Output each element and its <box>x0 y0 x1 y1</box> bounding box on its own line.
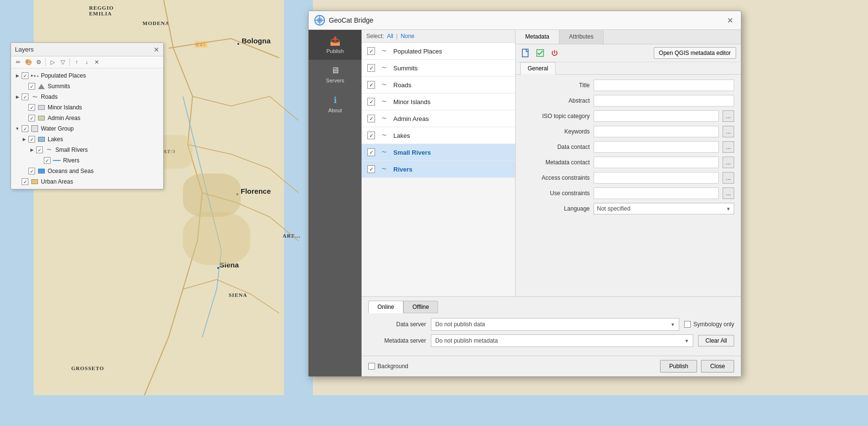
expand-water-group[interactable]: ▼ <box>14 125 21 132</box>
layer-item-water-group[interactable]: ▼ Water Group <box>11 123 163 134</box>
tab-online[interactable]: Online <box>368 301 403 313</box>
check-rivers[interactable] <box>44 157 51 164</box>
language-dropdown-arrow: ▼ <box>726 206 731 212</box>
layer-item-rivers[interactable]: Rivers <box>11 155 163 166</box>
layer-item-lakes[interactable]: ▶ Lakes <box>11 134 163 145</box>
dlayer-small-rivers[interactable]: 〜 Small Rivers <box>362 144 515 161</box>
dlayer-check-rivers[interactable] <box>367 165 375 173</box>
background-checkbox[interactable] <box>368 363 375 370</box>
dlayer-minor-islands[interactable]: 〜 Minor Islands <box>362 93 515 110</box>
layer-item-oceans-seas[interactable]: Oceans and Seas <box>11 166 163 176</box>
move-down-icon[interactable]: ↓ <box>82 58 91 67</box>
layer-item-small-rivers[interactable]: ▶ 〜 Small Rivers <box>11 145 163 155</box>
form-input-keywords[interactable] <box>594 126 719 137</box>
dlayer-roads[interactable]: 〜 Roads <box>362 77 515 93</box>
dlayer-check-populated-places[interactable] <box>367 47 375 55</box>
sidebar-item-publish[interactable]: 📤 Publish <box>309 30 362 60</box>
layer-item-roads[interactable]: ▶ 〜 Roads <box>11 92 163 102</box>
check-lakes[interactable] <box>28 136 35 143</box>
city-dot-siena <box>217 266 220 269</box>
move-up-icon[interactable]: ↑ <box>72 58 81 67</box>
form-label-data-contact: Data contact <box>522 144 590 150</box>
check-water-group[interactable] <box>22 125 28 132</box>
color-icon[interactable]: 🎨 <box>24 58 33 67</box>
form-row-metadata-contact: Metadata contact … <box>522 157 734 168</box>
form-select-language[interactable]: Not specified ▼ <box>594 203 734 214</box>
dlayer-check-minor-islands[interactable] <box>367 98 375 106</box>
file-icon[interactable] <box>520 48 531 58</box>
check-square-icon[interactable] <box>535 48 545 58</box>
form-input-data-contact[interactable] <box>594 141 719 153</box>
close-button[interactable]: Close <box>701 360 734 373</box>
select-all-link[interactable]: All <box>387 33 393 40</box>
dlayer-check-lakes[interactable] <box>367 132 375 139</box>
check-admin-areas[interactable] <box>28 115 35 121</box>
sidebar-item-about[interactable]: ℹ About <box>309 89 362 119</box>
form-btn-data-contact[interactable]: … <box>723 141 734 153</box>
dialog-layer-scroll[interactable]: 〜 Populated Places 〜 Summits <box>362 43 515 296</box>
check-roads[interactable] <box>22 93 28 100</box>
inner-tab-general[interactable]: General <box>520 62 556 75</box>
dlayer-check-roads[interactable] <box>367 81 375 89</box>
layer-name-populated-places: Populated Places <box>41 72 86 79</box>
dlayer-check-summits[interactable] <box>367 64 375 72</box>
dlayer-check-small-rivers[interactable] <box>367 148 375 156</box>
pencil-icon[interactable]: ✏ <box>14 58 23 67</box>
publish-button[interactable]: Publish <box>660 360 697 373</box>
geocat-dialog: GeoCat Bridge ✕ 📤 Publish 🖥 Servers ℹ Ab… <box>308 11 741 377</box>
form-input-abstract[interactable] <box>594 95 734 106</box>
form-input-title[interactable] <box>594 80 734 91</box>
dlayer-summits[interactable]: 〜 Summits <box>362 60 515 77</box>
form-input-use-constraints[interactable] <box>594 187 719 199</box>
power-icon[interactable] <box>549 48 560 58</box>
form-btn-metadata-contact[interactable]: … <box>723 157 734 168</box>
form-input-access-constraints[interactable] <box>594 172 719 184</box>
expand-populated-places[interactable]: ▶ <box>14 72 21 79</box>
form-btn-access-constraints[interactable]: … <box>723 172 734 184</box>
clear-all-button[interactable]: Clear All <box>698 335 734 346</box>
city-dot-bologna <box>237 42 240 45</box>
select-none-link[interactable]: None <box>401 33 415 40</box>
layer-item-admin-areas[interactable]: Admin Areas <box>11 113 163 123</box>
filter-icon[interactable]: ⚙ <box>34 58 43 67</box>
dlayer-check-admin-areas[interactable] <box>367 115 375 122</box>
expand-roads[interactable]: ▶ <box>14 93 21 100</box>
layer-item-urban-areas[interactable]: Urban Areas <box>11 176 163 187</box>
symbology-checkbox[interactable] <box>684 321 691 328</box>
icon-water-group <box>30 125 39 132</box>
tab-offline[interactable]: Offline <box>403 301 438 313</box>
check-oceans-seas[interactable] <box>28 168 35 174</box>
open-qgis-metadata-editor-button[interactable]: Open QGIS metadata editor <box>654 47 736 59</box>
form-btn-keywords[interactable]: … <box>723 126 734 137</box>
check-urban-areas[interactable] <box>22 178 28 185</box>
dlayer-admin-areas[interactable]: 〜 Admin Areas <box>362 110 515 127</box>
dialog-close-button[interactable]: ✕ <box>725 16 735 25</box>
check-summits[interactable] <box>28 83 35 90</box>
form-input-iso-topic[interactable] <box>594 110 719 122</box>
arrow-down-icon[interactable]: ▽ <box>58 58 67 67</box>
layer-item-summits[interactable]: Summits <box>11 81 163 92</box>
layer-item-populated-places[interactable]: ▶ Populated Places <box>11 70 163 81</box>
form-btn-iso-topic[interactable]: … <box>723 110 734 122</box>
tab-attributes[interactable]: Attributes <box>559 30 604 44</box>
arrow-right-icon[interactable]: ▷ <box>48 58 57 67</box>
data-server-select[interactable]: Do not publish data ▼ <box>431 318 679 331</box>
dlayer-populated-places[interactable]: 〜 Populated Places <box>362 43 515 60</box>
data-server-dropdown-arrow: ▼ <box>670 322 675 327</box>
expand-lakes[interactable]: ▶ <box>21 136 27 143</box>
expand-small-rivers[interactable]: ▶ <box>28 146 35 153</box>
check-minor-islands[interactable] <box>28 104 35 111</box>
dlayer-icon-rivers: 〜 <box>379 165 389 173</box>
metadata-server-select[interactable]: Do not publish metadata ▼ <box>431 334 693 347</box>
layers-close-button[interactable]: ✕ <box>154 46 159 53</box>
dlayer-lakes[interactable]: 〜 Lakes <box>362 127 515 144</box>
tab-metadata[interactable]: Metadata <box>516 30 559 44</box>
remove-icon[interactable]: ✕ <box>92 58 101 67</box>
sidebar-item-servers[interactable]: 🖥 Servers <box>309 60 362 89</box>
check-populated-places[interactable] <box>22 72 28 79</box>
form-input-metadata-contact[interactable] <box>594 157 719 168</box>
form-btn-use-constraints[interactable]: … <box>723 187 734 199</box>
check-small-rivers[interactable] <box>36 146 43 153</box>
dlayer-rivers[interactable]: 〜 Rivers <box>362 161 515 178</box>
layer-item-minor-islands[interactable]: Minor Islands <box>11 102 163 113</box>
